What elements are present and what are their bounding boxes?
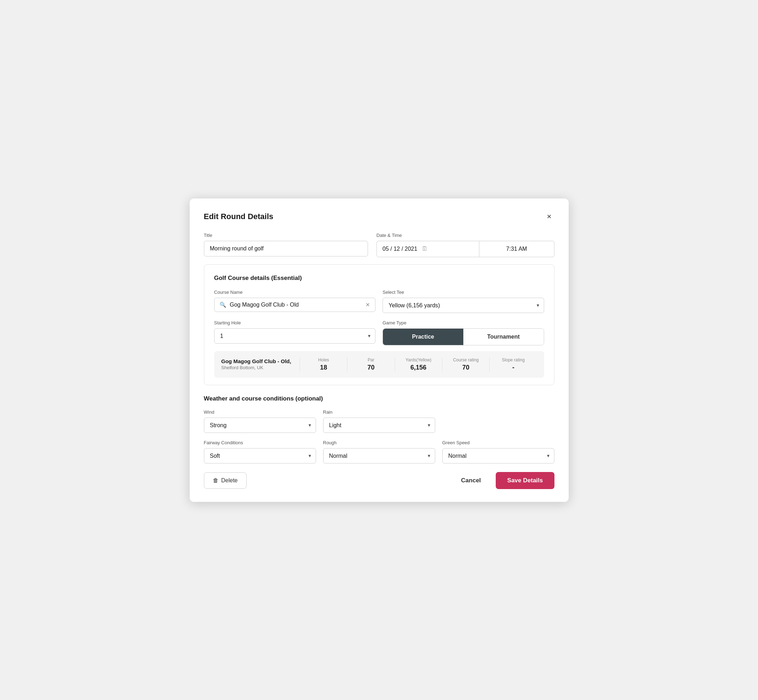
- close-button[interactable]: ×: [544, 211, 554, 222]
- date-input[interactable]: 05 / 12 / 2021 🗓: [376, 241, 479, 257]
- footer-row: 🗑 Delete Cancel Save Details: [204, 472, 554, 489]
- datetime-group: Date & Time 05 / 12 / 2021 🗓 7:31 AM: [376, 233, 554, 257]
- golf-course-title: Golf Course details (Essential): [214, 275, 544, 282]
- starting-hole-dropdown[interactable]: 1234 5678 910: [214, 328, 376, 344]
- wind-group: Wind CalmLightModerate StrongVery Strong…: [204, 409, 316, 433]
- course-name-input[interactable]: [230, 302, 362, 308]
- course-search-wrap[interactable]: 🔍 ✕: [214, 298, 376, 312]
- title-datetime-row: Title Date & Time 05 / 12 / 2021 🗓 7:31 …: [204, 233, 554, 257]
- select-tee-wrap: Yellow (6,156 yards) White (6,500 yards)…: [382, 298, 544, 313]
- course-name-label: Course Name: [214, 289, 376, 295]
- modal-header: Edit Round Details ×: [204, 211, 554, 222]
- search-icon: 🔍: [219, 302, 226, 308]
- game-type-group: Game Type Practice Tournament: [382, 320, 544, 345]
- fairway-group: Fairway Conditions HardFirmNormal SoftWe…: [204, 440, 316, 464]
- select-tee-dropdown[interactable]: Yellow (6,156 yards) White (6,500 yards)…: [382, 298, 544, 313]
- par-label: Par: [368, 358, 374, 362]
- title-group: Title: [204, 233, 368, 257]
- trash-icon: 🗑: [213, 477, 219, 484]
- title-input[interactable]: [204, 241, 368, 256]
- par-stat: Par 70: [347, 358, 394, 371]
- par-value: 70: [368, 364, 375, 371]
- rough-select-wrap: ShortNormalLongVery Long ▾: [323, 448, 435, 464]
- green-speed-label: Green Speed: [442, 440, 554, 445]
- rough-label: Rough: [323, 440, 435, 445]
- rough-dropdown[interactable]: ShortNormalLongVery Long: [323, 448, 435, 464]
- course-name-group: Course Name 🔍 ✕: [214, 289, 376, 313]
- tournament-button[interactable]: Tournament: [464, 329, 544, 345]
- starting-hole-game-type-row: Starting Hole 1234 5678 910 ▾ Game Type …: [214, 320, 544, 345]
- slope-rating-value: -: [512, 364, 514, 371]
- weather-section: Weather and course conditions (optional)…: [204, 395, 554, 464]
- title-label: Title: [204, 233, 368, 238]
- datetime-label: Date & Time: [376, 233, 554, 238]
- holes-value: 18: [320, 364, 327, 371]
- slope-rating-stat: Slope rating -: [489, 358, 537, 371]
- select-tee-group: Select Tee Yellow (6,156 yards) White (6…: [382, 289, 544, 313]
- starting-hole-wrap: 1234 5678 910 ▾: [214, 328, 376, 344]
- time-value: 7:31 AM: [506, 246, 527, 252]
- date-value: 05 / 12 / 2021: [382, 246, 417, 252]
- edit-round-modal: Edit Round Details × Title Date & Time 0…: [190, 198, 568, 502]
- fairway-rough-green-row: Fairway Conditions HardFirmNormal SoftWe…: [204, 440, 554, 464]
- course-rating-label: Course rating: [453, 358, 479, 362]
- wind-rain-row: Wind CalmLightModerate StrongVery Strong…: [204, 409, 554, 433]
- clear-icon[interactable]: ✕: [365, 302, 370, 308]
- save-button[interactable]: Save Details: [496, 472, 554, 489]
- golf-course-section: Golf Course details (Essential) Course N…: [204, 264, 554, 385]
- yards-value: 6,156: [410, 364, 426, 371]
- starting-hole-group: Starting Hole 1234 5678 910 ▾: [214, 320, 376, 345]
- yards-stat: Yards(Yellow) 6,156: [395, 358, 442, 371]
- course-location: Shelford Bottom, UK: [221, 365, 300, 370]
- rough-group: Rough ShortNormalLongVery Long ▾: [323, 440, 435, 464]
- course-name-display: Gog Magog Golf Club - Old,: [221, 358, 300, 364]
- select-tee-label: Select Tee: [382, 289, 544, 295]
- green-speed-group: Green Speed SlowNormalFastVery Fast ▾: [442, 440, 554, 464]
- holes-label: Holes: [318, 358, 329, 362]
- rain-label: Rain: [323, 409, 435, 415]
- calendar-icon: 🗓: [422, 245, 428, 253]
- course-tee-row: Course Name 🔍 ✕ Select Tee Yellow (6,156…: [214, 289, 544, 313]
- course-rating-stat: Course rating 70: [442, 358, 489, 371]
- fairway-dropdown[interactable]: HardFirmNormal SoftWet: [204, 448, 316, 464]
- fairway-label: Fairway Conditions: [204, 440, 316, 445]
- weather-title: Weather and course conditions (optional): [204, 395, 554, 402]
- wind-select-wrap: CalmLightModerate StrongVery Strong ▾: [204, 417, 316, 433]
- cancel-button[interactable]: Cancel: [455, 473, 487, 488]
- starting-hole-label: Starting Hole: [214, 320, 376, 325]
- time-input[interactable]: 7:31 AM: [479, 241, 554, 257]
- delete-button[interactable]: 🗑 Delete: [204, 472, 247, 489]
- date-time-inputs: 05 / 12 / 2021 🗓 7:31 AM: [376, 241, 554, 257]
- game-type-label: Game Type: [382, 320, 544, 325]
- game-type-toggle: Practice Tournament: [382, 328, 544, 345]
- slope-rating-label: Slope rating: [502, 358, 525, 362]
- course-rating-value: 70: [462, 364, 469, 371]
- footer-right: Cancel Save Details: [455, 472, 554, 489]
- rain-group: Rain NoneLightModerateHeavy ▾: [323, 409, 435, 433]
- delete-label: Delete: [221, 477, 238, 484]
- modal-title: Edit Round Details: [204, 212, 274, 221]
- rain-dropdown[interactable]: NoneLightModerateHeavy: [323, 417, 435, 433]
- course-info-row: Gog Magog Golf Club - Old, Shelford Bott…: [214, 351, 544, 378]
- wind-dropdown[interactable]: CalmLightModerate StrongVery Strong: [204, 417, 316, 433]
- wind-label: Wind: [204, 409, 316, 415]
- practice-button[interactable]: Practice: [383, 329, 464, 345]
- green-speed-select-wrap: SlowNormalFastVery Fast ▾: [442, 448, 554, 464]
- holes-stat: Holes 18: [300, 358, 347, 371]
- green-speed-dropdown[interactable]: SlowNormalFastVery Fast: [442, 448, 554, 464]
- fairway-select-wrap: HardFirmNormal SoftWet ▾: [204, 448, 316, 464]
- course-info-name: Gog Magog Golf Club - Old, Shelford Bott…: [221, 358, 300, 370]
- rain-select-wrap: NoneLightModerateHeavy ▾: [323, 417, 435, 433]
- yards-label: Yards(Yellow): [405, 358, 431, 362]
